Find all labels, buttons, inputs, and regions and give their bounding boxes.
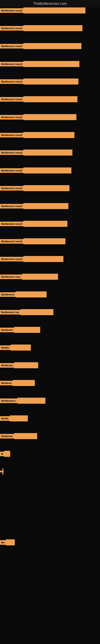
bottleneck-bar-line xyxy=(23,8,85,14)
list-item: Bottleneck resu xyxy=(0,274,58,280)
bottleneck-bar-line xyxy=(23,96,77,102)
list-item: Bottlenec xyxy=(0,433,37,439)
bottleneck-bar-line xyxy=(11,344,31,350)
bottleneck-result-label: Bottleneck result xyxy=(0,79,23,84)
bottleneck-bar-line xyxy=(23,114,76,120)
list-item: Bottleneck result xyxy=(0,221,67,227)
bottleneck-bar-line xyxy=(23,256,63,262)
list-item: Bottleneck result xyxy=(0,8,85,14)
bottleneck-result-label: Bottleneck result xyxy=(0,115,23,120)
bottleneck-result-label: Bottleneck result xyxy=(0,8,23,13)
list-item: Bottlene xyxy=(0,380,35,386)
bottleneck-bar-line xyxy=(23,132,74,138)
list-item: Bottle xyxy=(0,416,28,422)
bottleneck-result-label: Bottleneck result xyxy=(0,204,23,208)
list-item: Bottleneck result xyxy=(0,168,71,174)
bottleneck-result-label: Bottleneck result xyxy=(0,97,23,102)
list-item: Bottleneck result xyxy=(0,238,65,244)
site-title: TheBottlenecker.com xyxy=(0,0,100,8)
bottleneck-bar-line xyxy=(23,185,69,191)
bottleneck-result-label: Bottleneck result xyxy=(0,133,23,138)
bottleneck-result-label: Bottleneck res xyxy=(0,310,20,314)
bottleneck-result-label: Bottleneck result xyxy=(0,26,23,30)
bottleneck-bar-line xyxy=(4,451,10,457)
bottleneck-bar-line xyxy=(6,539,15,546)
bottleneck-bar-line xyxy=(23,238,65,244)
bottleneck-result-label: Bottlenec xyxy=(0,434,14,438)
bottleneck-bar-line xyxy=(23,168,71,174)
list-item: Bottleneck result xyxy=(0,43,81,49)
bottleneck-result-label xyxy=(0,471,2,472)
bottleneck-bar-line xyxy=(23,25,82,31)
list-item: Bottleneck result xyxy=(0,61,79,67)
list-item: Bottleneck res xyxy=(0,309,53,315)
bottleneck-bar-line xyxy=(23,221,67,227)
bottleneck-bar-line xyxy=(10,416,28,422)
bottleneck-result-label: Bottler xyxy=(0,345,11,350)
bottleneck-bar-line xyxy=(23,203,68,209)
bottleneck-result-label: Bottlene xyxy=(0,381,13,386)
list-item: Bottleneck result xyxy=(0,114,76,120)
bottleneck-bar-line xyxy=(14,433,37,439)
list-item xyxy=(0,468,3,474)
list-item: Bottleneck xyxy=(0,292,47,298)
list-item: Bottleneck result xyxy=(0,78,78,84)
bottleneck-result-label: Bottleneck result xyxy=(0,150,23,155)
bottleneck-result-label: Bottle xyxy=(0,416,10,421)
bottleneck-result-label: Bo xyxy=(0,540,6,545)
bottleneck-bar-line xyxy=(23,78,78,84)
list-item: Bottleneck result xyxy=(0,185,69,191)
bottleneck-result-label: Bottleneck result xyxy=(0,222,23,226)
list-item: Bottlenec xyxy=(0,327,40,333)
list-item: Bottleneck result xyxy=(0,203,68,209)
bottleneck-bar-line xyxy=(23,43,81,49)
bottleneck-bar-line xyxy=(23,150,72,156)
list-item: Bottleneck result xyxy=(0,150,72,156)
bottleneck-result-label: Bottleneck resu xyxy=(0,274,22,279)
bottleneck-bar-line xyxy=(20,309,53,315)
bottleneck-bar-line xyxy=(14,327,40,333)
bottleneck-bar-line xyxy=(2,468,3,474)
bottleneck-result-label: Bottleneck result xyxy=(0,257,23,262)
list-item: Bottler xyxy=(0,344,31,350)
list-item: Bo xyxy=(0,539,15,546)
list-item: Bottleneck result xyxy=(0,132,74,138)
bottleneck-result-label: Bottleneck r xyxy=(0,398,17,403)
bottleneck-result-label: Bottleneck result xyxy=(0,62,23,66)
bottleneck-result-label: Bottleneck result xyxy=(0,44,23,48)
bottleneck-bar-line xyxy=(13,380,35,386)
bottleneck-bar-line xyxy=(22,274,58,280)
bottleneck-bar-line xyxy=(23,61,79,67)
bottleneck-result-label: Bottleneck result xyxy=(0,239,23,244)
list-item: B xyxy=(0,451,10,457)
bottleneck-result-label: Bottleneck xyxy=(0,292,16,297)
bottleneck-result-label: Bottlenec xyxy=(0,328,14,332)
bottleneck-bar-line xyxy=(14,362,38,368)
list-item: Bottlenec xyxy=(0,362,38,368)
bottleneck-bar-line xyxy=(16,292,47,298)
list-item: Bottleneck result xyxy=(0,25,82,31)
list-item: Bottleneck result xyxy=(0,96,77,102)
bottleneck-result-label: B xyxy=(0,452,4,456)
list-item: Bottleneck result xyxy=(0,256,63,262)
bottleneck-bar-line xyxy=(17,398,46,404)
list-item: Bottleneck r xyxy=(0,398,46,404)
bottleneck-result-label: Bottleneck result xyxy=(0,186,23,190)
bottleneck-result-label: Bottleneck result xyxy=(0,168,23,173)
bottleneck-result-label: Bottlenec xyxy=(0,363,14,368)
